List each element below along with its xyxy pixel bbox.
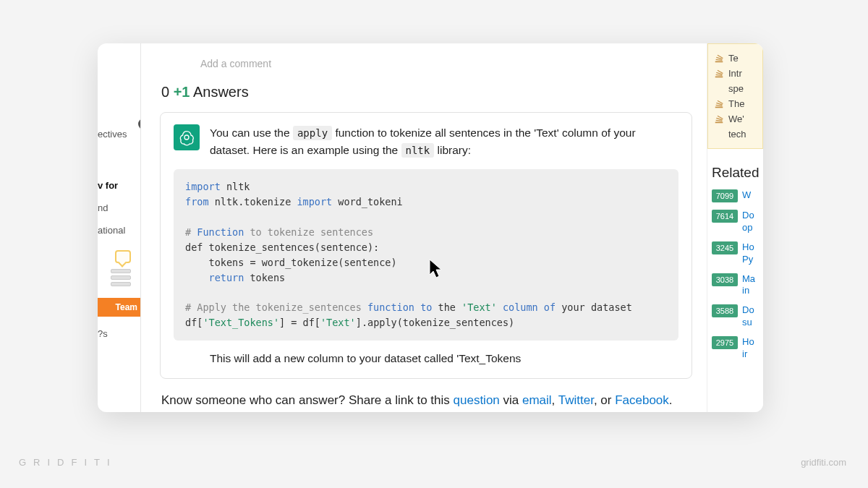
related-item[interactable]: 7614 Do op [712,210,763,234]
facebook-link[interactable]: Facebook [615,393,669,407]
create-team-button[interactable]: Team [98,298,140,317]
left-sidebar: i ectives v for nd ational Team s? [98,43,141,412]
score-badge: 3038 [712,273,738,286]
stack-icon [714,68,724,78]
answers-label: Answers [193,84,249,100]
code-block: import nltk from nltk.tokenize import wo… [174,169,678,341]
related-heading: Related [712,165,763,181]
watermark-brand: GRIDFITI [19,457,117,468]
related-item[interactable]: 3588 Do su [712,304,763,329]
add-comment-link[interactable]: Add a comment [200,58,692,69]
related-item[interactable]: 7099 W [712,189,763,202]
answers-heading: 0 +1 Answers [161,84,692,100]
answers-count-delta: +1 [174,84,190,100]
share-row: Know someone who can answer? Share a lin… [161,393,692,408]
sidebar-item[interactable]: s? [98,322,140,345]
right-sidebar: Te Intr spe The We' tech Related 7099 W … [707,43,763,412]
chatgpt-logo-icon [174,124,200,150]
score-badge: 3245 [712,241,738,254]
app-window: i ectives v for nd ational Team s? Add a… [98,43,763,412]
score-badge: 7099 [712,189,738,202]
stack-icon [714,98,724,108]
answers-count-zero: 0 [161,84,169,100]
blog-item[interactable]: spe [714,83,760,94]
answer-footer-text: This will add a new column to your datas… [210,352,678,365]
stack-icon [714,53,724,63]
related-item[interactable]: 2975 Ho ir [712,336,763,361]
related-item[interactable]: 3038 Ma in [712,273,763,298]
info-icon[interactable]: i [138,119,141,129]
blog-box: Te Intr spe The We' tech [707,43,763,149]
twitter-link[interactable]: Twitter [558,393,594,407]
question-link[interactable]: question [454,393,500,407]
answer-text: You can use the apply function to tokeni… [210,124,678,159]
score-badge: 7614 [712,210,738,223]
placeholder-lines [111,269,131,286]
inline-code: apply [293,126,332,140]
chat-icon [115,250,131,263]
svg-point-0 [184,135,189,140]
inline-code: nltk [401,143,435,158]
blog-item[interactable]: Intr [714,68,760,79]
sidebar-item[interactable]: ectives [98,123,140,145]
blog-item[interactable]: We' [714,114,760,124]
blog-item[interactable]: tech [714,129,760,140]
main-content: Add a comment 0 +1 Answers You can use t… [141,43,707,412]
score-badge: 2975 [712,336,738,349]
sidebar-item[interactable]: v for [98,174,140,197]
related-item[interactable]: 3245 Ho Py [712,241,763,266]
sidebar-item[interactable]: ational [98,219,140,241]
stack-icon [714,114,724,124]
watermark-url: gridfiti.com [801,457,846,468]
blog-item[interactable]: The [714,98,760,109]
score-badge: 3588 [712,304,738,317]
blog-item[interactable]: Te [714,53,760,64]
email-link[interactable]: email [522,393,552,407]
sidebar-item[interactable]: nd [98,197,140,219]
answer-card: You can use the apply function to tokeni… [160,112,692,379]
